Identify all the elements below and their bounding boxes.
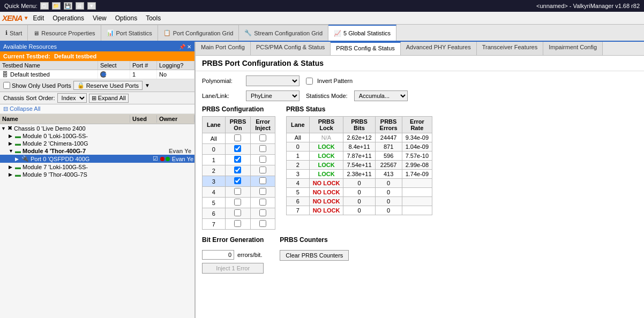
error-inject-6[interactable] — [251, 208, 275, 219]
bit-error-input[interactable] — [202, 250, 234, 260]
panel-pin-btn[interactable]: 📌 — [179, 44, 185, 50]
prbs-config-row-5[interactable]: 5 — [203, 198, 275, 208]
sort-select[interactable]: Index — [57, 93, 87, 103]
prbs-config-row-7[interactable]: 7 — [203, 219, 275, 230]
reserve-dropdown-arrow[interactable]: ▼ — [145, 82, 150, 88]
module-0[interactable]: ▶ ▬ Module 0 'Loki-100G-5S- — [0, 132, 194, 140]
port-0[interactable]: ▶ 🔌 Port 0 'QSFPDD 400G ☑ Evan Ye — [0, 155, 194, 163]
module-4[interactable]: ▼ ▬ Module 4 'Thor-400G-7 Evan Ye — [0, 147, 194, 155]
polynomial-select[interactable] — [246, 75, 299, 86]
module-2-arrow[interactable]: ▶ — [9, 141, 15, 146]
panel-close-btn[interactable]: ✕ — [187, 44, 191, 50]
chassis-0-arrow[interactable]: ▼ — [1, 126, 8, 131]
tab-start[interactable]: ℹ Start — [0, 25, 28, 41]
menu-operations[interactable]: Operations — [48, 13, 88, 23]
clear-prbs-counters-btn[interactable]: Clear PRBS Counters — [280, 250, 349, 261]
prbs-on-checkbox-5[interactable] — [234, 199, 241, 206]
toolbar-icon-1[interactable]: 🗒 — [40, 2, 49, 10]
sub-tab-adv[interactable]: Advanced PHY Features — [401, 42, 477, 55]
error-inject-0[interactable] — [251, 144, 275, 155]
prbs-on-checkbox-1[interactable] — [234, 156, 241, 163]
prbs-on-All[interactable] — [225, 133, 251, 144]
tab-global-stats[interactable]: 📈 5 Global Statistics — [328, 25, 396, 41]
prbs-on-7[interactable] — [225, 219, 251, 230]
error-inject-checkbox-1[interactable] — [259, 156, 266, 163]
sub-tab-transceiver[interactable]: Transceiver Features — [477, 42, 544, 55]
xena-dropdown[interactable]: ▼ — [24, 15, 29, 21]
toolbar-icon-5[interactable]: ▼ — [87, 2, 96, 10]
prbs-on-6[interactable] — [225, 208, 251, 219]
sub-tab-impairment[interactable]: Impairment Config — [543, 42, 603, 55]
error-inject-checkbox-2[interactable] — [259, 166, 266, 173]
prbs-config-row-0[interactable]: 0 — [203, 144, 275, 155]
prbs-on-checkbox-6[interactable] — [234, 209, 241, 216]
prbs-config-row-All[interactable]: All — [203, 133, 275, 144]
show-only-used-checkbox[interactable] — [3, 82, 10, 89]
prbs-on-checkbox-3[interactable] — [234, 177, 241, 184]
prbs-on-0[interactable] — [225, 144, 251, 155]
error-inject-7[interactable] — [251, 219, 275, 230]
sub-tab-main[interactable]: Main Port Config — [196, 42, 251, 55]
prbs-on-checkbox-2[interactable] — [234, 166, 241, 173]
error-inject-3[interactable] — [251, 176, 275, 187]
prbs-on-3[interactable] — [225, 176, 251, 187]
error-inject-All[interactable] — [251, 133, 275, 144]
error-inject-2[interactable] — [251, 165, 275, 176]
error-inject-checkbox-3[interactable] — [259, 177, 266, 184]
module-7[interactable]: ▶ ▬ Module 7 'Loki-100G-5S- — [0, 163, 194, 171]
error-inject-checkbox-7[interactable] — [259, 220, 266, 227]
toolbar-icon-2[interactable]: 📁 — [52, 2, 61, 10]
menu-tools[interactable]: Tools — [141, 13, 165, 23]
lane-link-select[interactable]: PhyLine — [246, 90, 299, 101]
prbs-on-checkbox-All[interactable] — [234, 134, 241, 141]
error-inject-4[interactable] — [251, 187, 275, 198]
prbs-on-checkbox-7[interactable] — [234, 220, 241, 227]
error-inject-1[interactable] — [251, 155, 275, 165]
menu-options[interactable]: Options — [111, 13, 141, 23]
module-2[interactable]: ▶ ▬ Module 2 'Chimera-100G — [0, 140, 194, 147]
prbs-config-row-2[interactable]: 2 — [203, 165, 275, 176]
toolbar-icon-3[interactable]: 💾 — [64, 2, 72, 10]
sub-tab-prbs[interactable]: PRBS Config & Status — [331, 42, 400, 55]
prbs-config-row-4[interactable]: 4 — [203, 187, 275, 198]
prbs-on-4[interactable] — [225, 187, 251, 198]
prbs-on-checkbox-0[interactable] — [234, 145, 241, 152]
testbed-radio[interactable] — [100, 71, 107, 78]
port-0-checkbox[interactable]: ☑ — [153, 155, 158, 162]
prbs-on-1[interactable] — [225, 155, 251, 165]
collapse-all-btn[interactable]: ⊟ Collapse All — [0, 104, 194, 114]
module-7-arrow[interactable]: ▶ — [9, 164, 15, 170]
prbs-config-row-6[interactable]: 6 — [203, 208, 275, 219]
error-inject-5[interactable] — [251, 198, 275, 208]
error-inject-checkbox-6[interactable] — [259, 209, 266, 216]
error-inject-checkbox-4[interactable] — [259, 188, 266, 195]
tab-stream-config[interactable]: 🔧 Stream Configuration Grid — [239, 25, 328, 41]
expand-all-btn[interactable]: ⊞ Expand All — [89, 94, 129, 103]
menu-view[interactable]: View — [88, 13, 111, 23]
inject-error-btn[interactable]: Inject 1 Error — [202, 263, 264, 274]
invert-pattern-checkbox[interactable] — [306, 78, 313, 85]
error-inject-checkbox-5[interactable] — [259, 199, 266, 206]
port-0-arrow[interactable]: ▶ — [15, 156, 21, 162]
prbs-on-5[interactable] — [225, 198, 251, 208]
error-inject-checkbox-0[interactable] — [259, 145, 266, 152]
tab-resource[interactable]: 🖥 Resource Properties — [28, 25, 101, 41]
toolbar-icon-4[interactable]: 🖨 — [76, 2, 84, 10]
module-9-arrow[interactable]: ▶ — [9, 172, 15, 177]
module-4-arrow[interactable]: ▼ — [9, 148, 15, 154]
stats-mode-select[interactable]: Accumula... — [354, 90, 408, 101]
tab-port-stats[interactable]: 📊 Port Statistics — [101, 25, 158, 41]
sub-tab-pcs[interactable]: PCS/PMA Config & Status — [251, 42, 331, 55]
prbs-config-row-3[interactable]: 3 — [203, 176, 275, 187]
prbs-on-checkbox-4[interactable] — [234, 188, 241, 195]
tree-chassis-0[interactable]: ▼ ✖ Chassis 0 'Live Demo 2400 — [0, 124, 194, 132]
module-9[interactable]: ▶ ▬ Module 9 'Thor-400G-7S — [0, 171, 194, 178]
reserve-used-ports-btn[interactable]: 🔒 Reserve Used Ports — [73, 81, 143, 90]
invert-pattern-label[interactable]: Invert Pattern — [306, 78, 353, 85]
prbs-on-2[interactable] — [225, 165, 251, 176]
prbs-config-row-1[interactable]: 1 — [203, 155, 275, 165]
error-inject-checkbox-All[interactable] — [259, 134, 266, 141]
menu-edit[interactable]: Edit — [29, 13, 49, 23]
show-only-used-label[interactable]: Show Only Used Ports — [3, 82, 71, 89]
tab-port-config[interactable]: 📋 Port Configuration Grid — [158, 25, 239, 41]
